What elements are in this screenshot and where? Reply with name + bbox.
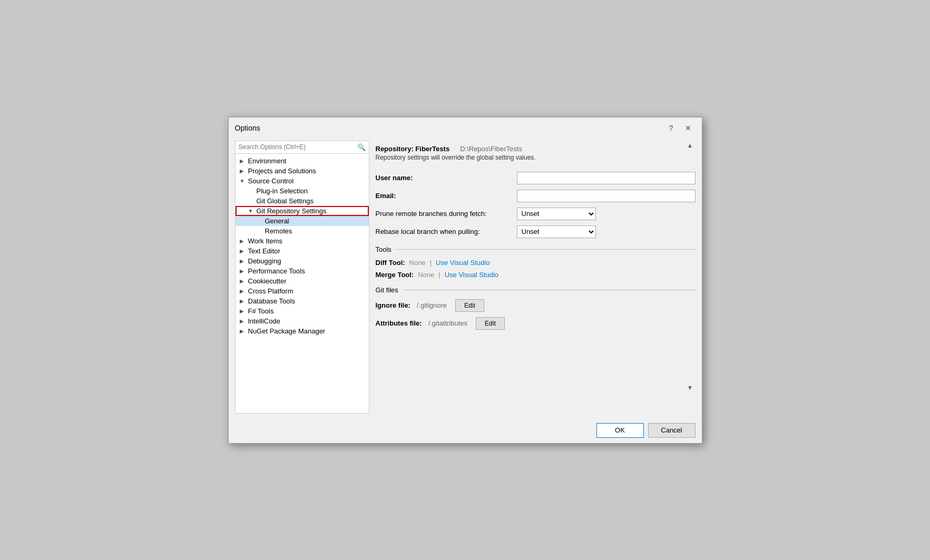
search-box: 🔍 <box>236 141 369 154</box>
sidebar-item-label-nuget-package-manager: NuGet Package Manager <box>248 327 367 335</box>
sidebar-item-remotes[interactable]: Remotes <box>236 226 369 236</box>
user-name-row: User name: <box>376 172 696 184</box>
sidebar-item-label-plugin-selection: Plug-in Selection <box>257 187 367 195</box>
close-button[interactable]: ✕ <box>681 122 696 134</box>
cancel-button[interactable]: Cancel <box>648 423 696 438</box>
chevron-icon-git-repo-settings: ▼ <box>248 208 257 214</box>
tools-section-divider: Tools <box>376 245 696 253</box>
rebase-select[interactable]: UnsetTrueFalse <box>517 225 596 238</box>
chevron-icon-work-items: ▶ <box>240 238 248 244</box>
attributes-file-label: Attributes file: <box>376 319 422 327</box>
scroll-down-icon[interactable]: ▼ <box>685 383 696 392</box>
ignore-file-value: /.gitignore <box>417 301 447 309</box>
diff-tool-value: None <box>409 259 426 267</box>
dialog-body: 🔍 ▶Environment▶Projects and Solutions▼So… <box>229 136 702 418</box>
scroll-up-icon[interactable]: ▲ <box>685 141 696 150</box>
rebase-label: Rebase local branch when pulling: <box>376 228 513 235</box>
sidebar-item-git-repo-settings[interactable]: ▼Git Repository Settings <box>236 206 369 216</box>
user-name-label: User name: <box>376 174 513 182</box>
sidebar-item-cookiecutter[interactable]: ▶Cookiecutter <box>236 276 369 286</box>
chevron-icon-performance-tools: ▶ <box>240 268 248 274</box>
user-name-input[interactable] <box>517 172 696 184</box>
git-files-divider-line <box>403 290 696 290</box>
tools-divider-line <box>396 249 696 250</box>
merge-tool-label: Merge Tool: <box>376 271 414 279</box>
sidebar-item-source-control[interactable]: ▼Source Control <box>236 176 369 186</box>
repo-subtitle: Repository settings will override the gl… <box>376 154 696 161</box>
left-panel: 🔍 ▶Environment▶Projects and Solutions▼So… <box>235 141 369 414</box>
chevron-icon-projects-solutions: ▶ <box>240 168 248 174</box>
form-area: User name: Email: Prune remote branches … <box>376 165 696 414</box>
chevron-icon-debugging: ▶ <box>240 258 248 264</box>
sidebar-item-general[interactable]: General <box>236 216 369 226</box>
sidebar-item-label-general: General <box>265 217 367 225</box>
sidebar-item-label-intellicode: IntelliCode <box>248 317 367 325</box>
sidebar-item-label-cross-platform: Cross Platform <box>248 287 367 295</box>
sidebar-item-label-git-repo-settings: Git Repository Settings <box>257 207 367 215</box>
git-files-section-label: Git files <box>376 286 398 294</box>
repo-header: Repository: FiberTests D:\Repos\FiberTes… <box>376 141 696 165</box>
ok-button[interactable]: OK <box>596 423 644 438</box>
sidebar-item-label-remotes: Remotes <box>265 227 367 235</box>
diff-use-vs-link[interactable]: Use Visual Studio <box>436 259 490 267</box>
title-bar: Options ? ✕ <box>229 117 702 136</box>
prune-label: Prune remote branches during fetch: <box>376 210 513 218</box>
email-row: Email: <box>376 190 696 202</box>
sidebar-item-label-fsharp-tools: F# Tools <box>248 307 367 315</box>
sidebar-item-nuget-package-manager[interactable]: ▶NuGet Package Manager <box>236 326 369 336</box>
chevron-icon-environment: ▶ <box>240 158 248 164</box>
rebase-row: Rebase local branch when pulling: UnsetT… <box>376 225 696 238</box>
diff-sep: | <box>430 259 432 267</box>
sidebar-item-label-text-editor: Text Editor <box>248 247 367 255</box>
sidebar-item-plugin-selection[interactable]: Plug-in Selection <box>236 186 369 196</box>
dialog-footer: OK Cancel <box>229 418 702 443</box>
search-input[interactable] <box>239 143 357 151</box>
sidebar-item-label-work-items: Work Items <box>248 237 367 245</box>
prune-row: Prune remote branches during fetch: Unse… <box>376 208 696 220</box>
right-panel: ▲ Repository: FiberTests D:\Repos\FiberT… <box>376 141 696 414</box>
sidebar-item-label-source-control: Source Control <box>248 177 367 185</box>
sidebar-item-projects-solutions[interactable]: ▶Projects and Solutions <box>236 166 369 176</box>
sidebar-item-label-projects-solutions: Projects and Solutions <box>248 167 367 175</box>
sidebar-item-intellicode[interactable]: ▶IntelliCode <box>236 316 369 326</box>
sidebar-item-database-tools[interactable]: ▶Database Tools <box>236 296 369 306</box>
chevron-icon-database-tools: ▶ <box>240 298 248 304</box>
sidebar-item-work-items[interactable]: ▶Work Items <box>236 236 369 246</box>
tools-section-label: Tools <box>376 245 391 253</box>
sidebar-item-label-database-tools: Database Tools <box>248 297 367 305</box>
repo-name: Repository: FiberTests <box>376 145 450 153</box>
chevron-icon-fsharp-tools: ▶ <box>240 308 248 314</box>
sidebar-item-git-global-settings[interactable]: Git Global Settings <box>236 196 369 206</box>
repo-path: D:\Repos\FiberTests <box>460 145 522 153</box>
sidebar-item-cross-platform[interactable]: ▶Cross Platform <box>236 286 369 296</box>
chevron-icon-source-control: ▼ <box>240 178 248 184</box>
ignore-file-edit-button[interactable]: Edit <box>455 299 484 312</box>
chevron-icon-cookiecutter: ▶ <box>240 278 248 284</box>
sidebar-item-fsharp-tools[interactable]: ▶F# Tools <box>236 306 369 316</box>
chevron-icon-intellicode: ▶ <box>240 318 248 324</box>
repo-title-row: Repository: FiberTests D:\Repos\FiberTes… <box>376 145 696 153</box>
search-icon: 🔍 <box>357 143 366 151</box>
sidebar-item-performance-tools[interactable]: ▶Performance Tools <box>236 266 369 276</box>
help-button[interactable]: ? <box>664 122 679 134</box>
attributes-file-edit-button[interactable]: Edit <box>476 317 505 330</box>
email-input[interactable] <box>517 190 696 202</box>
sidebar-item-text-editor[interactable]: ▶Text Editor <box>236 246 369 256</box>
merge-sep: | <box>438 271 440 279</box>
sidebar-item-environment[interactable]: ▶Environment <box>236 156 369 166</box>
title-bar-controls: ? ✕ <box>664 122 696 134</box>
email-label: Email: <box>376 192 513 200</box>
sidebar-item-debugging[interactable]: ▶Debugging <box>236 256 369 266</box>
merge-use-vs-link[interactable]: Use Visual Studio <box>445 271 498 279</box>
attributes-file-row: Attributes file: /.gitattributes Edit <box>376 317 696 330</box>
prune-select[interactable]: UnsetTrueFalse <box>517 208 596 220</box>
tree: ▶Environment▶Projects and Solutions▼Sour… <box>236 154 369 413</box>
diff-tool-row: Diff Tool: None | Use Visual Studio <box>376 259 696 267</box>
chevron-icon-nuget-package-manager: ▶ <box>240 328 248 334</box>
dialog-title: Options <box>235 124 664 132</box>
sidebar-item-label-cookiecutter: Cookiecutter <box>248 277 367 285</box>
ignore-file-label: Ignore file: <box>376 301 410 309</box>
attributes-file-value: /.gitattributes <box>428 319 467 327</box>
sidebar-item-label-performance-tools: Performance Tools <box>248 267 367 275</box>
git-files-section-divider: Git files <box>376 286 696 294</box>
